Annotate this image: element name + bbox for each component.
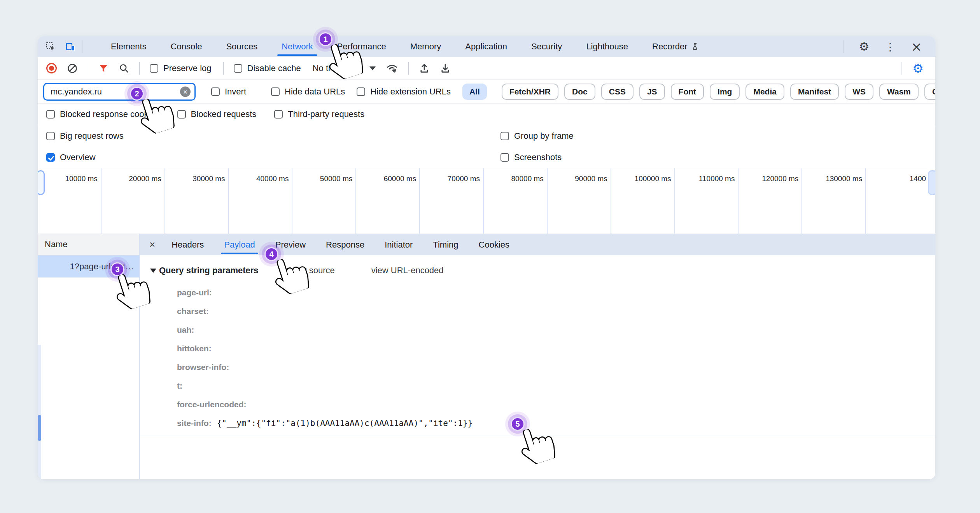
- tab-network[interactable]: Network: [270, 36, 325, 57]
- scrollbar-thumb[interactable]: [38, 415, 41, 441]
- timeline-tick: 60000 ms: [356, 168, 420, 234]
- filter-chip-manifest[interactable]: Manifest: [790, 84, 839, 100]
- tab-recorder[interactable]: Recorder: [640, 36, 711, 57]
- timeline-tick: 20000 ms: [102, 168, 165, 234]
- funnel-icon: [98, 63, 108, 73]
- network-toolbar: Preserve log Disable cache No throttling: [38, 57, 935, 80]
- timeline-tick: 100000 ms: [611, 168, 675, 234]
- clear-filter-icon[interactable]: ✕: [180, 86, 191, 97]
- request-list-scrollbar[interactable]: [38, 345, 41, 479]
- network-conditions-button[interactable]: [386, 63, 398, 74]
- detail-tab-response[interactable]: Response: [316, 234, 374, 255]
- filter-chip-css[interactable]: CSS: [601, 84, 634, 100]
- detail-tab-headers[interactable]: Headers: [161, 234, 214, 255]
- filter-chip-js[interactable]: JS: [639, 84, 665, 100]
- hide-extension-urls-checkbox[interactable]: [357, 87, 365, 96]
- disable-cache-checkbox[interactable]: [234, 64, 242, 73]
- toolbar-divider3: [223, 62, 224, 75]
- throttling-caret[interactable]: [369, 66, 376, 70]
- big-request-rows-group: Big request rows: [46, 131, 124, 141]
- filter-input[interactable]: [43, 83, 196, 101]
- tab-console[interactable]: Console: [159, 36, 214, 57]
- timeline-tick: 120000 ms: [738, 168, 802, 234]
- filter-chip-all[interactable]: All: [462, 84, 487, 100]
- overview-label: Overview: [60, 152, 96, 162]
- param-row-charset: charset:: [177, 302, 935, 321]
- filter-toggle-button[interactable]: [98, 63, 108, 73]
- tab-elements[interactable]: Elements: [99, 36, 159, 57]
- close-detail-icon[interactable]: ×: [149, 234, 155, 255]
- inspect-element-icon[interactable]: [46, 42, 56, 52]
- record-icon: [46, 63, 57, 73]
- filter-chip-ws[interactable]: WS: [845, 84, 873, 100]
- blocked-requests-group: Blocked requests: [177, 109, 257, 119]
- filter-chip-other[interactable]: Other: [924, 84, 935, 100]
- timeline-left-handle[interactable]: [38, 170, 45, 195]
- preserve-log-checkbox[interactable]: [150, 64, 158, 73]
- overview-checkbox[interactable]: [46, 153, 55, 162]
- param-row-browser-info: browser-info:: [177, 358, 935, 377]
- clear-button[interactable]: [67, 63, 78, 74]
- hide-extension-urls-label: Hide extension URLs: [370, 87, 451, 97]
- chevron-down-icon: [369, 66, 376, 70]
- flask-icon: [691, 42, 700, 51]
- hide-data-urls-group: Hide data URLs: [271, 87, 345, 97]
- overview-timeline[interactable]: 10000 ms 20000 ms 30000 ms 40000 ms 5000…: [38, 168, 935, 234]
- detail-tab-timing[interactable]: Timing: [423, 234, 468, 255]
- download-icon: [440, 63, 451, 74]
- timeline-tick-truncated: 1400: [866, 168, 935, 234]
- tabbar-tool-icons: [38, 42, 82, 52]
- tab-application[interactable]: Application: [453, 36, 519, 57]
- hide-data-urls-checkbox[interactable]: [271, 87, 280, 96]
- overview-group: Overview: [46, 152, 96, 162]
- export-har-button[interactable]: [440, 63, 451, 74]
- blocked-requests-checkbox[interactable]: [177, 110, 186, 119]
- group-by-frame-checkbox[interactable]: [500, 132, 509, 140]
- param-list: page-url: charset: uah: hittoken:: [140, 276, 935, 433]
- devtools-window: Elements Console Sources Network Perform…: [38, 36, 935, 479]
- overview-options-row: Overview Screenshots: [38, 147, 935, 168]
- third-party-requests-checkbox[interactable]: [274, 110, 283, 119]
- filter-chip-media[interactable]: Media: [746, 84, 784, 100]
- query-string-parameters-title[interactable]: Query string parameters: [159, 265, 259, 276]
- tab-sources[interactable]: Sources: [214, 36, 270, 57]
- timeline-tick: 30000 ms: [165, 168, 229, 234]
- record-button[interactable]: [46, 63, 57, 73]
- triangle-down-icon[interactable]: [150, 269, 156, 273]
- timeline-right-handle[interactable]: [928, 170, 935, 195]
- filter-chip-font[interactable]: Font: [671, 84, 704, 100]
- filter-chip-wasm[interactable]: Wasm: [879, 84, 919, 100]
- detail-tab-cookies[interactable]: Cookies: [469, 234, 520, 255]
- view-url-encoded-link[interactable]: view URL-encoded: [371, 265, 444, 276]
- filter-chip-fetchxhr[interactable]: Fetch/XHR: [502, 84, 558, 100]
- filter-chip-img[interactable]: Img: [710, 84, 740, 100]
- blocked-response-cookies-checkbox[interactable]: [46, 110, 55, 119]
- settings-gear-icon[interactable]: ⚙: [859, 41, 870, 52]
- network-settings-gear-icon[interactable]: ⚙: [912, 62, 924, 75]
- tab-security[interactable]: Security: [519, 36, 574, 57]
- devtools-tabbar: Elements Console Sources Network Perform…: [38, 36, 935, 57]
- param-row-site-info: site-info: {"__ym":{"fi":"a(1)b(AAA11aAA…: [177, 414, 935, 433]
- more-options-icon[interactable]: ⋮: [885, 42, 896, 52]
- detail-tab-payload[interactable]: Payload: [214, 234, 265, 255]
- name-column-header[interactable]: Name: [38, 234, 139, 255]
- screenshot-canvas: { "devtools": { "tabbar": { "tabs": [ {"…: [0, 0, 980, 513]
- close-devtools-icon[interactable]: ×: [911, 40, 922, 53]
- search-button[interactable]: [119, 63, 129, 73]
- device-toolbar-icon[interactable]: [65, 42, 76, 52]
- third-party-requests-label: Third-party requests: [288, 109, 364, 119]
- detail-tab-initiator[interactable]: Initiator: [374, 234, 423, 255]
- big-request-rows-checkbox[interactable]: [46, 132, 55, 140]
- invert-group: Invert: [211, 87, 246, 97]
- timeline-tick: 50000 ms: [292, 168, 356, 234]
- tab-lighthouse[interactable]: Lighthouse: [574, 36, 640, 57]
- tab-memory[interactable]: Memory: [398, 36, 453, 57]
- invert-label: Invert: [225, 87, 246, 97]
- request-rows-options-row: Big request rows Group by frame: [38, 125, 935, 147]
- hide-data-urls-label: Hide data URLs: [285, 87, 345, 97]
- import-har-button[interactable]: [419, 63, 430, 74]
- invert-checkbox[interactable]: [211, 87, 220, 96]
- screenshots-checkbox[interactable]: [500, 153, 509, 162]
- hide-extension-urls-group: Hide extension URLs: [357, 87, 451, 97]
- filter-chip-doc[interactable]: Doc: [564, 84, 595, 100]
